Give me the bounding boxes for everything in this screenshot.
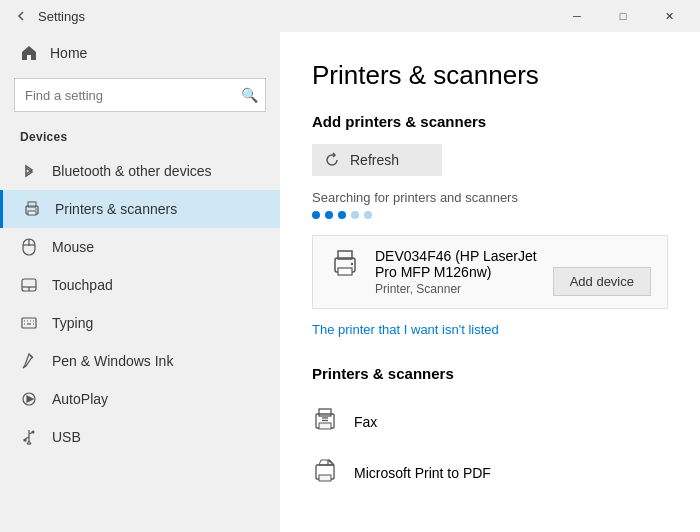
titlebar-left xyxy=(8,3,34,29)
typing-icon xyxy=(20,314,38,332)
fax-label: Fax xyxy=(354,414,377,430)
printer-item-pdf[interactable]: Microsoft Print to PDF xyxy=(312,447,668,498)
printer-icon xyxy=(23,200,41,218)
usb-icon xyxy=(20,428,38,446)
refresh-icon xyxy=(324,152,340,168)
printer-item-fax[interactable]: Fax xyxy=(312,396,668,447)
printers-section-heading: Printers & scanners xyxy=(312,365,668,382)
sidebar-item-typing-label: Typing xyxy=(52,315,93,331)
device-info: DEV034F46 (HP LaserJet Pro MFP M126nw) P… xyxy=(375,248,539,296)
page-title: Printers & scanners xyxy=(312,60,668,91)
touchpad-icon xyxy=(20,276,38,294)
dot-4 xyxy=(351,211,359,219)
refresh-button[interactable]: Refresh xyxy=(312,144,442,176)
app-body: Home 🔍 Devices Bluetooth & other devices xyxy=(0,32,700,532)
sidebar-item-usb[interactable]: USB xyxy=(0,418,280,456)
sidebar-item-bluetooth[interactable]: Bluetooth & other devices xyxy=(0,152,280,190)
minimize-button[interactable]: ─ xyxy=(554,0,600,32)
svg-point-32 xyxy=(351,263,353,265)
svg-rect-39 xyxy=(319,475,331,481)
sidebar-item-typing[interactable]: Typing xyxy=(0,304,280,342)
svg-rect-35 xyxy=(319,409,331,416)
pdf-label: Microsoft Print to PDF xyxy=(354,465,491,481)
sidebar-item-usb-label: USB xyxy=(52,429,81,445)
dot-2 xyxy=(325,211,333,219)
sidebar-item-home[interactable]: Home xyxy=(0,32,280,74)
refresh-label: Refresh xyxy=(350,152,399,168)
search-progress-dots xyxy=(312,211,668,219)
printer-not-listed-link[interactable]: The printer that I want isn't listed xyxy=(312,322,499,337)
dot-5 xyxy=(364,211,372,219)
pdf-printer-icon xyxy=(312,457,340,488)
sidebar-item-printers[interactable]: Printers & scanners xyxy=(0,190,280,228)
mouse-icon xyxy=(20,238,38,256)
sidebar-search[interactable]: 🔍 xyxy=(14,78,266,112)
svg-marker-20 xyxy=(27,396,33,402)
svg-rect-1 xyxy=(28,211,36,215)
maximize-button[interactable]: □ xyxy=(600,0,646,32)
sidebar-item-pen[interactable]: Pen & Windows Ink xyxy=(0,342,280,380)
sidebar-item-touchpad[interactable]: Touchpad xyxy=(0,266,280,304)
svg-point-24 xyxy=(32,431,35,434)
svg-rect-34 xyxy=(319,423,331,429)
device-type: Printer, Scanner xyxy=(375,282,539,296)
dot-1 xyxy=(312,211,320,219)
sidebar-item-autoplay-label: AutoPlay xyxy=(52,391,108,407)
main-panel: Printers & scanners Add printers & scann… xyxy=(280,32,700,532)
sidebar-section-title: Devices xyxy=(0,124,280,152)
device-found-card: DEV034F46 (HP LaserJet Pro MFP M126nw) P… xyxy=(312,235,668,309)
add-device-button[interactable]: Add device xyxy=(553,267,651,296)
svg-rect-25 xyxy=(24,439,27,442)
back-button[interactable] xyxy=(8,3,34,29)
home-label: Home xyxy=(50,45,87,61)
dot-3 xyxy=(338,211,346,219)
search-icon: 🔍 xyxy=(241,87,258,103)
sidebar: Home 🔍 Devices Bluetooth & other devices xyxy=(0,32,280,532)
svg-rect-10 xyxy=(22,318,36,328)
sidebar-item-mouse-label: Mouse xyxy=(52,239,94,255)
autoplay-icon xyxy=(20,390,38,408)
add-section-heading: Add printers & scanners xyxy=(312,113,668,130)
bluetooth-icon xyxy=(20,162,38,180)
search-input[interactable] xyxy=(14,78,266,112)
device-printer-icon xyxy=(329,248,361,283)
sidebar-item-autoplay[interactable]: AutoPlay xyxy=(0,380,280,418)
sidebar-item-pen-label: Pen & Windows Ink xyxy=(52,353,173,369)
titlebar: Settings ─ □ ✕ xyxy=(0,0,700,32)
svg-rect-30 xyxy=(338,268,352,275)
fax-icon xyxy=(312,406,340,437)
svg-line-23 xyxy=(25,437,29,439)
svg-point-3 xyxy=(35,208,37,210)
sidebar-item-printers-label: Printers & scanners xyxy=(55,201,177,217)
device-name: DEV034F46 (HP LaserJet Pro MFP M126nw) xyxy=(375,248,539,280)
sidebar-item-mouse[interactable]: Mouse xyxy=(0,228,280,266)
titlebar-controls: ─ □ ✕ xyxy=(554,0,692,32)
pen-icon xyxy=(20,352,38,370)
sidebar-item-touchpad-label: Touchpad xyxy=(52,277,113,293)
close-button[interactable]: ✕ xyxy=(646,0,692,32)
home-icon xyxy=(20,44,38,62)
sidebar-item-bluetooth-label: Bluetooth & other devices xyxy=(52,163,212,179)
searching-text: Searching for printers and scanners xyxy=(312,190,668,205)
titlebar-title: Settings xyxy=(34,9,554,24)
